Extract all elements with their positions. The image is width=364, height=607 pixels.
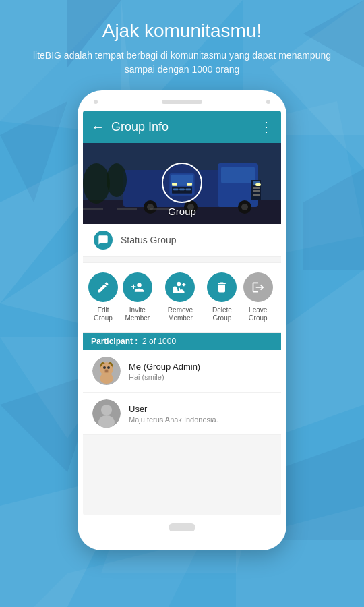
home-button[interactable] <box>169 523 195 531</box>
member-item-user[interactable]: User Maju terus Anak Indonesia. <box>83 393 281 435</box>
member-avatar-user <box>92 399 121 428</box>
member-status-user: Maju terus Anak Indonesia. <box>129 415 272 424</box>
delete-group-label: Delete Group <box>204 306 240 322</box>
group-name: Group <box>168 206 196 217</box>
svg-point-43 <box>107 163 127 197</box>
svg-point-66 <box>101 405 112 415</box>
svg-rect-29 <box>253 187 260 189</box>
svg-rect-30 <box>253 190 260 192</box>
svg-point-37 <box>241 204 248 210</box>
member-item-admin[interactable]: Me (Group Admin) Hai (smile) <box>83 350 281 393</box>
status-icon <box>94 231 113 250</box>
delete-group-action[interactable]: Delete Group <box>204 272 240 322</box>
member-info-admin: Me (Group Admin) Hai (smile) <box>129 362 272 381</box>
member-status-admin: Hai (smile) <box>129 373 272 381</box>
svg-point-42 <box>83 163 110 204</box>
invite-member-button[interactable] <box>123 272 152 302</box>
status-group-label: Status Group <box>121 235 177 245</box>
group-avatar <box>162 163 202 203</box>
svg-rect-49 <box>179 188 184 190</box>
remove-member-button[interactable] <box>165 272 195 302</box>
svg-rect-39 <box>83 208 103 210</box>
participant-header: Participant : 2 of 1000 <box>83 333 281 350</box>
app-header: ← Group Info ⋮ <box>83 111 281 143</box>
page-subtitle: liteBIG adalah tempat berbagi di komunit… <box>20 49 344 77</box>
svg-rect-40 <box>117 208 137 210</box>
remove-member-label: Remove Member <box>157 306 204 322</box>
remove-member-action[interactable]: Remove Member <box>157 272 204 322</box>
invite-member-label: Invite Member <box>118 306 157 322</box>
svg-rect-50 <box>186 188 191 190</box>
member-avatar-admin <box>92 357 121 385</box>
edit-group-label: Edit Group <box>88 306 118 322</box>
group-banner: Group <box>83 143 281 224</box>
svg-rect-48 <box>173 188 178 190</box>
edit-group-action[interactable]: Edit Group <box>88 272 118 322</box>
svg-rect-51 <box>172 183 177 186</box>
svg-point-64 <box>100 373 113 384</box>
member-name-admin: Me (Group Admin) <box>129 362 272 372</box>
invite-member-action[interactable]: Invite Member <box>118 272 157 322</box>
phone-bottom <box>83 515 281 534</box>
member-name-user: User <box>129 404 272 414</box>
phone-dot-left <box>94 100 98 104</box>
leave-group-button[interactable] <box>243 272 273 302</box>
page-title: Ajak komunitasmu! <box>20 20 344 42</box>
svg-rect-31 <box>253 194 260 196</box>
svg-rect-47 <box>172 187 192 194</box>
actions-row: Edit Group Invite Member Remove Member <box>83 262 281 333</box>
phone-dot-right <box>266 100 270 104</box>
phone-speaker <box>162 100 202 104</box>
phone-mockup: ← Group Info ⋮ <box>0 90 364 550</box>
svg-rect-26 <box>221 167 255 183</box>
svg-point-63 <box>105 370 108 372</box>
svg-rect-52 <box>187 183 191 186</box>
header-title: Group Info <box>111 120 260 134</box>
phone-frame: ← Group Info ⋮ <box>78 90 286 550</box>
more-options-button[interactable]: ⋮ <box>260 119 273 135</box>
participant-label: Participant : 2 of 1000 <box>91 337 176 346</box>
back-button[interactable]: ← <box>91 119 104 135</box>
member-info-user: User Maju terus Anak Indonesia. <box>129 404 272 424</box>
leave-group-action[interactable]: Leave Group <box>240 272 276 322</box>
edit-group-button[interactable] <box>88 272 118 302</box>
app-screen: ← Group Info ⋮ <box>83 111 281 515</box>
phone-top-bar <box>83 100 281 111</box>
svg-point-61 <box>107 366 110 369</box>
participant-count: 2 of 1000 <box>142 337 176 346</box>
svg-rect-38 <box>255 183 261 186</box>
status-row[interactable]: Status Group <box>83 224 281 257</box>
participant-bold: Participant : <box>91 337 138 346</box>
delete-group-button[interactable] <box>207 272 237 302</box>
leave-group-label: Leave Group <box>240 306 276 322</box>
svg-point-60 <box>103 366 106 369</box>
